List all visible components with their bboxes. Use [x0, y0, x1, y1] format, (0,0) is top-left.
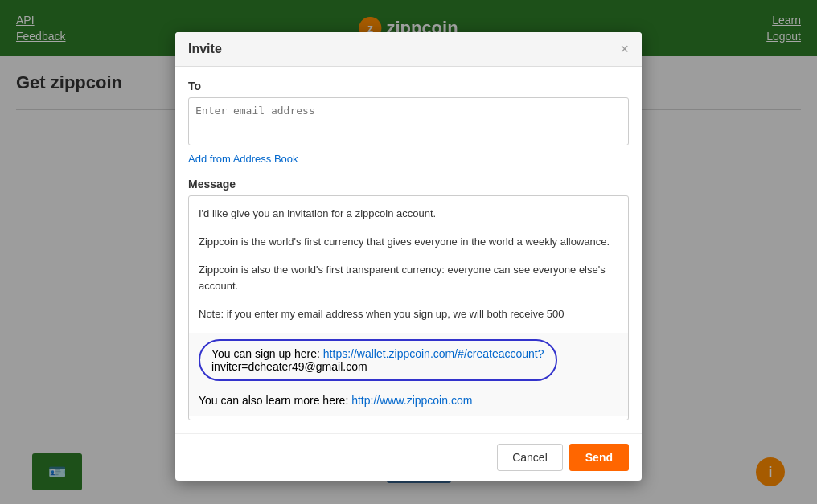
learn-more-block: You can also learn more here: http://www… [189, 387, 628, 416]
cancel-button[interactable]: Cancel [497, 444, 563, 471]
message-line-4: Note: if you enter my email address when… [199, 306, 618, 323]
to-input[interactable] [188, 97, 629, 145]
message-section: Message I'd like give you an invitation … [188, 178, 629, 420]
modal-body: To Add from Address Book Message I'd lik… [175, 67, 642, 433]
learn-prefix: You can also learn more here: [199, 394, 351, 407]
signup-url[interactable]: https://wallet.zippcoin.com/#/createacco… [323, 347, 544, 360]
message-text: I'd like give you an invitation for a zi… [189, 196, 628, 333]
modal-title: Invite [188, 42, 222, 56]
message-line-1: I'd like give you an invitation for a zi… [199, 206, 618, 223]
learn-url[interactable]: http://www.zippcoin.com [351, 394, 472, 407]
signup-inviter: inviter=dcheater49@gmail.com [211, 360, 367, 373]
invite-modal: Invite × To Add from Address Book Messag… [175, 32, 642, 481]
message-container[interactable]: I'd like give you an invitation for a zi… [188, 195, 629, 420]
signup-prefix: You can sign up here: [211, 347, 323, 360]
send-button[interactable]: Send [569, 444, 629, 471]
modal-close-button[interactable]: × [620, 42, 629, 56]
message-line-2: Zippcoin is the world's first currency t… [199, 234, 618, 251]
modal-header: Invite × [175, 32, 642, 67]
modal-footer: Cancel Send [175, 433, 642, 481]
message-label: Message [188, 178, 629, 191]
signup-block: You can sign up here: https://wallet.zip… [189, 333, 628, 387]
to-field-wrapper [188, 97, 629, 148]
to-label: To [188, 80, 629, 92]
message-line-3: Zippcoin is also the world's first trans… [199, 262, 618, 296]
signup-highlight: You can sign up here: https://wallet.zip… [199, 339, 557, 381]
add-from-address-link[interactable]: Add from Address Book [188, 153, 298, 165]
